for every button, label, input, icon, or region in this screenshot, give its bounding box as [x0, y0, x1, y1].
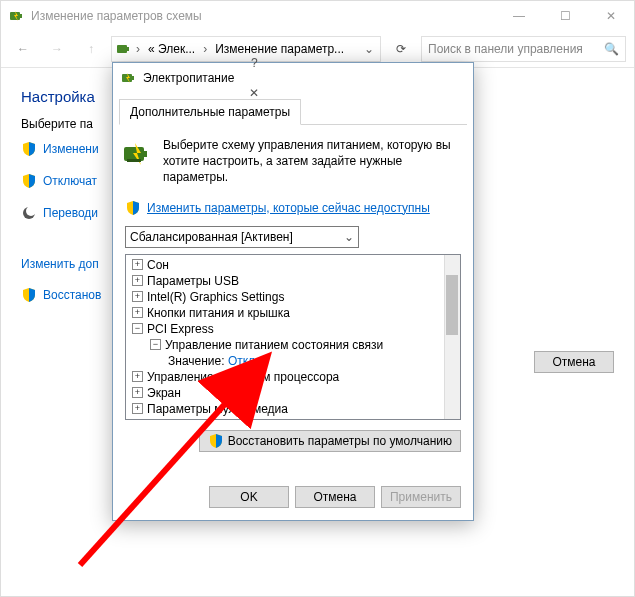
- scrollbar-thumb[interactable]: [446, 275, 458, 335]
- chevron-right-icon: ›: [201, 42, 209, 56]
- tree-label: Управление питанием процессора: [147, 370, 339, 384]
- minimize-button[interactable]: —: [496, 1, 542, 31]
- ok-button[interactable]: OK: [209, 486, 289, 508]
- tree-label: Сон: [147, 258, 169, 272]
- link-label: Изменить параметры, которые сейчас недос…: [147, 201, 430, 215]
- chevron-down-icon: ⌄: [344, 230, 354, 244]
- value-link[interactable]: Откл.: [228, 354, 259, 368]
- battery-icon: [116, 41, 132, 57]
- link-label: Изменени: [43, 142, 99, 156]
- tree-item-multimedia[interactable]: +Параметры мультимедиа: [126, 401, 460, 417]
- link-unavailable[interactable]: Изменить параметры, которые сейчас недос…: [119, 200, 467, 216]
- collapse-icon[interactable]: −: [132, 323, 143, 334]
- tab-header: Дополнительные параметры: [119, 99, 467, 125]
- link-label: Переводи: [43, 206, 98, 220]
- link-label: Изменить доп: [21, 257, 99, 271]
- tree-label: Управление питанием состояния связи: [165, 338, 383, 352]
- tree-label: PCI Express: [147, 322, 214, 336]
- cancel-button[interactable]: Отмена: [534, 351, 614, 373]
- parent-sidebar: Настройка Выберите па Изменени Отключат …: [21, 88, 121, 319]
- restore-defaults-button[interactable]: Восстановить параметры по умолчанию: [199, 430, 461, 452]
- info-row: Выберите схему управления питанием, кото…: [119, 133, 467, 190]
- cancel-button[interactable]: Отмена: [295, 486, 375, 508]
- svg-rect-1: [20, 14, 22, 18]
- tree-label: Кнопки питания и крышка: [147, 306, 290, 320]
- search-icon: 🔍: [604, 42, 619, 56]
- link-change-settings[interactable]: Изменени: [21, 141, 121, 157]
- breadcrumb-seg1[interactable]: « Элек...: [144, 42, 199, 56]
- tree-item-usb[interactable]: +Параметры USB: [126, 273, 460, 289]
- link-disable[interactable]: Отключат: [21, 173, 121, 189]
- battery-large-icon: [121, 137, 153, 169]
- tree-label: Параметры мультимедиа: [147, 402, 288, 416]
- restore-label: Восстановить параметры по умолчанию: [228, 434, 452, 448]
- expand-icon[interactable]: +: [132, 403, 143, 414]
- svg-rect-7: [132, 76, 134, 80]
- tree-scroll[interactable]: +Сон +Параметры USB +Intel(R) Graphics S…: [126, 255, 460, 419]
- expand-icon[interactable]: +: [132, 387, 143, 398]
- tree-label: Intel(R) Graphics Settings: [147, 290, 284, 304]
- restore-row: Восстановить параметры по умолчанию: [125, 430, 461, 452]
- power-options-dialog: Электропитание ? ✕ Дополнительные параме…: [112, 62, 474, 521]
- link-sleep[interactable]: Переводи: [21, 205, 121, 221]
- link-change-extra[interactable]: Изменить доп: [21, 257, 121, 271]
- tree-label: Экран: [147, 386, 181, 400]
- svg-rect-9: [144, 151, 147, 157]
- dialog-body: Дополнительные параметры Выберите схему …: [113, 93, 473, 458]
- shield-icon: [125, 200, 141, 216]
- dialog-footer: OK Отмена Применить: [209, 486, 461, 508]
- battery-icon: [9, 8, 25, 24]
- svg-point-5: [26, 206, 36, 216]
- tree-item-link-state-pm[interactable]: −Управление питанием состояния связи: [126, 337, 460, 353]
- maximize-button[interactable]: ☐: [542, 1, 588, 31]
- shield-icon: [208, 433, 224, 449]
- moon-icon: [21, 205, 37, 221]
- link-restore[interactable]: Восстанов: [21, 287, 121, 303]
- link-label: Отключат: [43, 174, 97, 188]
- combo-value: Сбалансированная [Активен]: [130, 230, 293, 244]
- search-input[interactable]: Поиск в панели управления 🔍: [421, 36, 626, 62]
- tree-item-cpu[interactable]: +Управление питанием процессора: [126, 369, 460, 385]
- expand-icon[interactable]: +: [132, 259, 143, 270]
- expand-icon[interactable]: +: [132, 291, 143, 302]
- parent-title: Изменение параметров схемы: [31, 9, 202, 23]
- parent-titlebar: Изменение параметров схемы — ☐ ✕: [1, 1, 634, 31]
- expand-icon[interactable]: +: [132, 275, 143, 286]
- chevron-right-icon: ›: [134, 42, 142, 56]
- scrollbar[interactable]: [444, 255, 460, 419]
- expand-icon[interactable]: +: [132, 307, 143, 318]
- shield-icon: [21, 287, 37, 303]
- page-subheading: Выберите па: [21, 117, 121, 131]
- tree-item-buttons-lid[interactable]: +Кнопки питания и крышка: [126, 305, 460, 321]
- refresh-button[interactable]: ⟳: [387, 36, 415, 62]
- tree-item-igfx[interactable]: +Intel(R) Graphics Settings: [126, 289, 460, 305]
- svg-rect-3: [127, 47, 129, 51]
- shield-icon: [21, 141, 37, 157]
- close-button[interactable]: ✕: [588, 1, 634, 31]
- collapse-icon[interactable]: −: [150, 339, 161, 350]
- forward-button[interactable]: →: [43, 35, 71, 63]
- battery-icon: [121, 70, 137, 86]
- svg-rect-10: [127, 159, 141, 162]
- parent-buttons: Отмена: [534, 351, 614, 373]
- dialog-titlebar: Электропитание ? ✕: [113, 63, 473, 93]
- back-button[interactable]: ←: [9, 35, 37, 63]
- tab-advanced-params[interactable]: Дополнительные параметры: [119, 99, 301, 125]
- up-button[interactable]: ↑: [77, 35, 105, 63]
- info-text: Выберите схему управления питанием, кото…: [163, 137, 465, 186]
- plan-select[interactable]: Сбалансированная [Активен] ⌄: [125, 226, 359, 248]
- search-placeholder: Поиск в панели управления: [428, 42, 583, 56]
- tree-label: Параметры USB: [147, 274, 239, 288]
- tree-item-value[interactable]: Значение: Откл.: [126, 353, 460, 369]
- dialog-title: Электропитание: [143, 71, 234, 85]
- shield-icon: [21, 173, 37, 189]
- tree-item-sleep[interactable]: +Сон: [126, 257, 460, 273]
- help-button[interactable]: ?: [234, 48, 274, 78]
- parent-sys-buttons: — ☐ ✕: [496, 1, 634, 31]
- tree-item-display[interactable]: +Экран: [126, 385, 460, 401]
- apply-button[interactable]: Применить: [381, 486, 461, 508]
- tree-item-pci-express[interactable]: −PCI Express: [126, 321, 460, 337]
- expand-icon[interactable]: +: [132, 371, 143, 382]
- link-label: Восстанов: [43, 288, 101, 302]
- chevron-down-icon[interactable]: ⌄: [362, 42, 376, 56]
